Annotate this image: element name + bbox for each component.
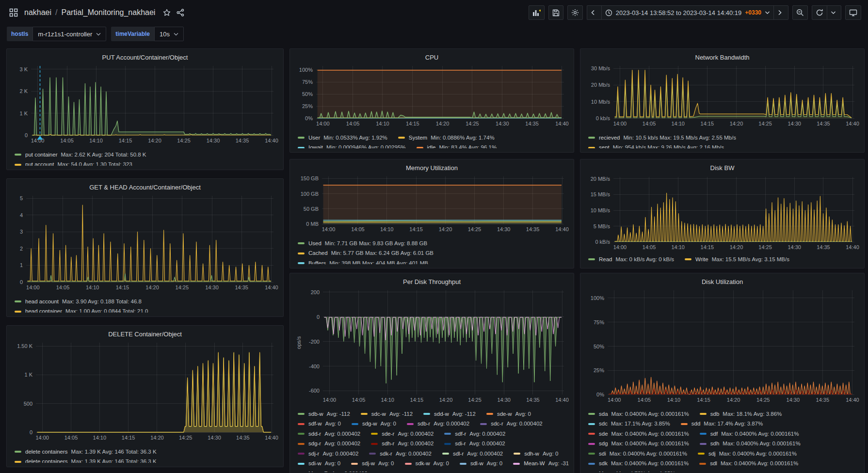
svg-text:14:40: 14:40 <box>846 397 859 403</box>
panel-title[interactable]: Per Disk Throughput <box>295 276 569 287</box>
legend-item-sdd-w[interactable]: sdd-wAvg: -112 <box>423 410 476 418</box>
variable-timevariable-value-dropdown[interactable]: 10s <box>154 27 184 41</box>
legend-item-sdj-w[interactable]: sdj-wAvg: 0 <box>351 459 394 468</box>
legend-item-sdg-r[interactable]: sdg-rAvg: 0.000402 <box>298 440 360 448</box>
legend-item-cached[interactable]: CachedMin: 5.77 GB Max: 6.24 GB Avg: 6.0… <box>298 249 434 257</box>
panel-chart[interactable]: 0 kb/s10 Mb/s20 Mb/s30 Mb/s14:0014:0514:… <box>585 63 859 130</box>
legend-item-put-container[interactable]: put containerMax: 2.62 K Avg: 204 Total:… <box>15 151 146 159</box>
legend-item-sda[interactable]: sdaMax: 0.0400% Avg: 0.000161% <box>588 410 689 418</box>
legend-item-system[interactable]: SystemMin: 0.0886% Avg: 1.74% <box>398 134 495 142</box>
legend-item-sdb-w[interactable]: sdb-wAvg: -112 <box>298 410 350 418</box>
svg-text:14:25: 14:25 <box>756 397 770 403</box>
legend-item-sdi-w[interactable]: sdi-wAvg: 0 <box>298 459 340 468</box>
legend-item-sdg[interactable]: sdgMax: 0.0400% Avg: 0.000161% <box>588 440 689 448</box>
legend-item-sde-r[interactable]: sde-rAvg: 0.000402 <box>371 430 434 438</box>
legend-item-head-account[interactable]: head accountMax: 3.90 Avg: 0.188 Total: … <box>15 298 142 306</box>
legend-item-sdl-r[interactable]: sdl-rAvg: 0.000402 <box>442 450 503 458</box>
panel-chart[interactable]: 0%25%50%75%100%14:0014:0514:1014:1514:20… <box>585 287 859 406</box>
legend-item-sdf[interactable]: sdfMax: 0.0400% Avg: 0.000161% <box>700 430 799 438</box>
legend-item-sdc[interactable]: sdcMax: 17.1% Avg: 3.85% <box>588 420 670 428</box>
panel-chart[interactable]: 0 kB/s5 MB/s10 MB/s15 MB/s20 MB/s14:0014… <box>585 174 859 252</box>
panel-title[interactable]: PUT Account/Container/Object <box>12 52 278 63</box>
legend-item-sdg-w[interactable]: sdg-wAvg: 0 <box>352 420 396 428</box>
variable-hostls-value-dropdown[interactable]: m-r1z1s1-controller <box>32 27 106 41</box>
panel-title[interactable]: GET & HEAD Account/Container/Object <box>12 182 278 193</box>
legend-item-sdk[interactable]: sdkMax: 0.0400% Avg: 0.000161% <box>588 459 689 468</box>
legend-item-used[interactable]: UsedMin: 7.71 GB Max: 9.83 GB Avg: 8.88 … <box>298 239 427 248</box>
legend-item-put-account[interactable]: put accountMax: 54.0 Avg: 1.30 Total: 32… <box>15 160 132 166</box>
svg-text:14:25: 14:25 <box>176 284 189 290</box>
legend-item-sdc-w[interactable]: sdc-wAvg: -112 <box>361 410 413 418</box>
legend-item-mean[interactable]: MeanMax: 4.78% Avg: 1.05% <box>588 470 675 473</box>
legend-item-mean-r[interactable]: Mean-RAvg: 0.000402 <box>298 470 368 473</box>
panel-chart[interactable]: 0 MB50 GB100 GB150 GB14:0014:0514:1014:1… <box>295 173 569 236</box>
panel-chart[interactable]: 01 K2 K3 K14:0014:0514:1014:1514:2014:25… <box>12 63 278 147</box>
zoom-out-button[interactable] <box>792 5 808 20</box>
panel-chart[interactable]: 0%25%50%75%100%14:0014:0514:1014:1514:20… <box>295 63 569 130</box>
legend-item-sdc-r[interactable]: sdc-rAvg: 0.000402 <box>480 420 543 428</box>
chevron-down-icon <box>765 11 770 15</box>
refresh-button[interactable] <box>812 5 827 20</box>
panel-title[interactable]: DELETE Container/Object <box>12 329 278 340</box>
legend-swatch <box>298 252 305 254</box>
legend-item-sdj[interactable]: sdjMax: 0.0400% Avg: 0.000161% <box>698 450 797 458</box>
legend-item-read[interactable]: ReadMax: 0 kB/s Avg: 0 kB/s <box>588 255 674 264</box>
legend-item-delete-containers[interactable]: delete containersMax: 1.39 K Avg: 146 To… <box>15 457 157 463</box>
breadcrumb-folder[interactable]: nakhaei <box>24 8 51 17</box>
panel-chart[interactable]: 01234514:0014:0514:1014:1514:2014:2514:3… <box>12 193 278 294</box>
legend-item-sdk-r[interactable]: sdk-rAvg: 0.000402 <box>369 450 432 458</box>
dashboard-settings-button[interactable] <box>567 5 583 20</box>
legend-item-sdb-r[interactable]: sdb-rAvg: 0.000402 <box>407 420 469 428</box>
legend-item-sdj-r[interactable]: sdj-rAvg: 0.000402 <box>298 450 358 458</box>
kiosk-mode-button[interactable] <box>845 5 861 20</box>
legend-item-sdd-r[interactable]: sdd-rAvg: 0.000402 <box>298 430 360 438</box>
legend-item-sdd[interactable]: sddMax: 17.4% Avg: 3.87% <box>681 420 763 428</box>
save-dashboard-button[interactable] <box>548 5 563 20</box>
legend-stats: Avg: 0 <box>325 459 340 468</box>
legend-item-mean-w[interactable]: Mean-WAvg: -31 <box>513 459 569 468</box>
legend-stats: Min: 0.0533% Avg: 1.92% <box>323 134 387 142</box>
legend-item-sdl[interactable]: sdlMax: 0.0400% Avg: 0.000161% <box>699 459 798 468</box>
legend-item-sdh[interactable]: sdhMax: 0.0400% Avg: 0.000161% <box>700 440 801 448</box>
legend-item-sdf-r[interactable]: sdf-rAvg: 0.000402 <box>444 430 505 438</box>
panel-title[interactable]: Network Bandwidth <box>585 52 859 63</box>
panel-title[interactable]: Disk Utilization <box>585 276 859 287</box>
dashboards-grid-icon[interactable] <box>7 6 20 19</box>
legend-item-buffers[interactable]: BuffersMin: 398 MB Max: 404 MB Avg: 401 … <box>298 259 428 265</box>
legend-item-sent[interactable]: sentMin: 954 kb/s Max: 9.26 Mb/s Avg: 2.… <box>588 143 724 148</box>
legend-item-sde[interactable]: sdeMax: 0.0400% Avg: 0.000161% <box>588 430 689 438</box>
legend-item-sdf-w[interactable]: sdf-wAvg: 0 <box>298 420 341 428</box>
panel-title[interactable]: CPU <box>295 52 569 63</box>
legend-item-recieved[interactable]: recievedMin: 10.5 kb/s Max: 19.5 Mb/s Av… <box>588 134 736 142</box>
legend-item-sdl-w[interactable]: sdl-wAvg: 0 <box>460 459 502 468</box>
legend-item-sdh-r[interactable]: sdh-rAvg: 0.000402 <box>371 440 434 448</box>
legend-label: head container <box>25 307 62 313</box>
panel-title[interactable]: Disk BW <box>585 162 859 174</box>
legend-item-write[interactable]: WriteMax: 15.5 MB/s Avg: 3.15 MB/s <box>685 255 789 264</box>
legend-swatch <box>398 137 405 139</box>
share-icon[interactable] <box>174 6 187 19</box>
legend-swatch <box>442 453 449 455</box>
legend-item-iowait[interactable]: IowaitMin: 0.000946% Avg: 0.00295% <box>298 143 406 148</box>
legend-item-user[interactable]: UserMin: 0.0533% Avg: 1.92% <box>298 134 387 142</box>
panel-title[interactable]: Memory Utilization <box>295 162 569 173</box>
time-range-back-button[interactable] <box>587 5 601 20</box>
refresh-interval-dropdown[interactable] <box>827 5 841 20</box>
panel-chart[interactable]: 05001 K1.50 K14:0014:0514:1014:1514:2014… <box>12 340 278 444</box>
legend-item-sdh-w[interactable]: sdh-wAvg: 0 <box>514 450 558 458</box>
legend-item-sdi[interactable]: sdiMax: 0.0400% Avg: 0.000161% <box>588 450 687 458</box>
panel-chart[interactable]: 2000-200-400-60014:0014:0514:1014:1514:2… <box>295 287 569 406</box>
svg-text:14:05: 14:05 <box>351 226 365 232</box>
legend-item-sdi-r[interactable]: sdi-rAvg: 0.000402 <box>444 440 505 448</box>
legend-item-head-container[interactable]: head containerMax: 1.00 Avg: 0.0844 Tota… <box>15 307 148 313</box>
time-range-forward-button[interactable] <box>774 5 788 20</box>
time-range-picker[interactable]: 2023-03-14 13:58:52 to 2023-03-14 14:40:… <box>601 5 774 20</box>
legend-item-delete-containers[interactable]: delete containersMax: 1.39 K Avg: 146 To… <box>15 448 157 456</box>
legend-item-sdk-w[interactable]: sdk-wAvg: 0 <box>405 459 449 468</box>
legend-item-sdb[interactable]: sdbMax: 18.1% Avg: 3.86% <box>700 410 782 418</box>
legend-swatch <box>369 453 376 455</box>
star-icon[interactable] <box>160 6 174 19</box>
legend-item-sde-w[interactable]: sde-wAvg: 0 <box>486 410 531 418</box>
add-panel-button[interactable] <box>529 5 545 20</box>
legend-item-idle[interactable]: idleMin: 83.4% Avg: 96.1% <box>417 143 497 148</box>
